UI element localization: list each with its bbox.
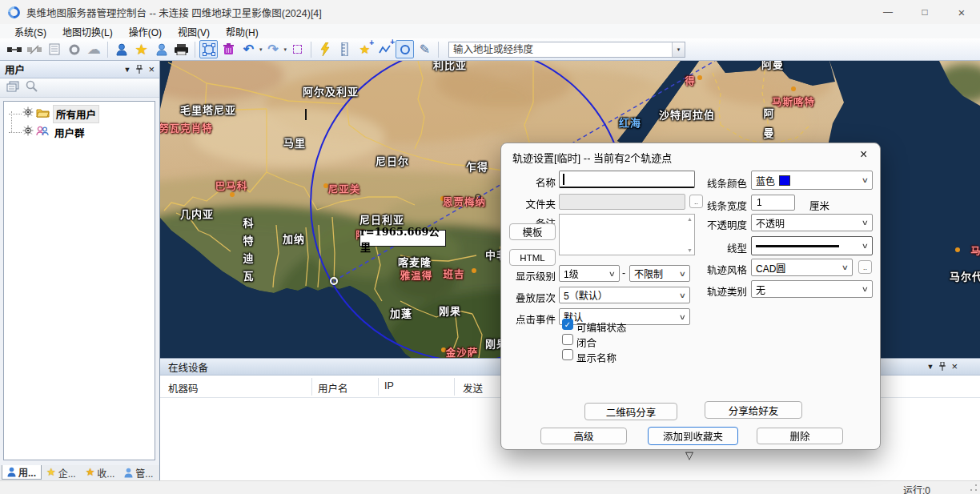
template-button[interactable]: 模板 xyxy=(509,223,556,240)
tab-label: 管... xyxy=(135,466,153,480)
delete-icon[interactable] xyxy=(219,40,238,58)
tree-item-all-users[interactable]: 所有用户 xyxy=(9,106,99,122)
tab-users[interactable]: 用... xyxy=(2,465,42,480)
track-style-select[interactable]: CAD圆∨ xyxy=(751,259,853,276)
map-label: 刚果 xyxy=(439,303,461,318)
column-separator[interactable] xyxy=(378,378,379,396)
track-style-browse-button[interactable]: .. xyxy=(858,260,872,274)
dialog-expand-icon[interactable]: ▽ xyxy=(685,449,693,461)
track-point-marker[interactable] xyxy=(330,277,338,285)
city-dot xyxy=(697,75,702,80)
users-panel: 用户 ▼ × 所有用户 用户群 xyxy=(0,61,160,465)
z-order-select[interactable]: 5（默认）∨ xyxy=(559,287,690,303)
column-header[interactable]: 发送 xyxy=(463,380,483,396)
adjust-tool-icon[interactable] xyxy=(199,40,218,58)
user-icon xyxy=(7,467,16,477)
html-button[interactable]: HTML xyxy=(509,249,556,266)
panel-pin-icon[interactable] xyxy=(939,359,946,374)
advanced-button[interactable]: 高级 xyxy=(540,428,627,444)
scroll-up-icon[interactable]: ▲ xyxy=(687,216,693,222)
undo-dropdown-icon[interactable]: ▾ xyxy=(259,46,263,53)
menu-map-switch[interactable]: 地图切换(L) xyxy=(54,25,121,38)
layers-icon[interactable] xyxy=(6,81,19,95)
qr-share-button[interactable]: 二维码分享 xyxy=(584,403,677,420)
cloud-icon[interactable]: ☁ xyxy=(85,40,103,58)
tab-admin[interactable]: 管... xyxy=(119,465,158,480)
user-light-icon[interactable] xyxy=(152,40,171,58)
address-dropdown-icon[interactable]: ▾ xyxy=(672,42,685,57)
editable-checkbox[interactable]: ✓ xyxy=(562,319,573,330)
chevron-down-icon: ∨ xyxy=(862,242,869,250)
opacity-select[interactable]: 不透明∨ xyxy=(751,214,873,231)
menu-operation[interactable]: 操作(O) xyxy=(121,25,170,38)
closed-checkbox-label[interactable]: 闭合 xyxy=(576,335,596,350)
remark-textarea[interactable]: ▲ ▼ xyxy=(559,214,695,255)
ruler-icon[interactable] xyxy=(335,40,354,58)
menu-view[interactable]: 视图(V) xyxy=(170,25,218,38)
menu-help[interactable]: 帮助(H) xyxy=(218,25,267,38)
address-input[interactable] xyxy=(449,44,672,55)
show-name-checkbox-label[interactable]: 显示名称 xyxy=(576,350,617,365)
redo-dropdown-icon[interactable]: ▾ xyxy=(284,46,287,53)
panel-dropdown-icon[interactable]: ▼ xyxy=(123,66,131,74)
panel-pin-icon[interactable] xyxy=(136,62,143,77)
add-favorite-button[interactable]: 添加到收藏夹 xyxy=(648,427,738,445)
column-header[interactable]: IP xyxy=(384,380,394,392)
undo-icon[interactable]: ↶ xyxy=(239,40,258,58)
map-label: 红海 xyxy=(619,114,641,130)
select-region-icon[interactable] xyxy=(288,40,307,58)
tab-enterprise[interactable]: ★ 企... xyxy=(42,465,81,480)
tree-item-label[interactable]: 用户群 xyxy=(52,124,87,141)
line-width-input[interactable]: 1 xyxy=(751,195,795,211)
status-bar: 运行:0 xyxy=(0,480,980,494)
column-header[interactable]: 用户名 xyxy=(318,380,348,396)
disconnect-icon[interactable] xyxy=(25,40,43,58)
line-color-label: 线条颜色 xyxy=(697,175,747,191)
tree-item-label[interactable]: 所有用户 xyxy=(53,105,99,123)
name-input[interactable] xyxy=(559,171,695,188)
track-class-select[interactable]: 无∨ xyxy=(751,280,873,298)
menu-system[interactable]: 系统(S) xyxy=(6,25,54,38)
line-type-label: 线型 xyxy=(697,240,747,255)
show-name-checkbox[interactable] xyxy=(562,349,573,360)
share-friend-button[interactable]: 分享给好友 xyxy=(705,401,802,419)
line-color-select[interactable]: 蓝色∨ xyxy=(751,171,873,190)
dialog-close-icon[interactable]: × xyxy=(860,147,867,162)
display-level-from-select[interactable]: 1级∨ xyxy=(559,265,620,282)
add-favorite-icon[interactable]: ★+ xyxy=(355,40,374,58)
editable-checkbox-label[interactable]: 可编辑状态 xyxy=(576,319,627,335)
close-button[interactable]: × xyxy=(943,0,980,24)
column-separator[interactable] xyxy=(454,378,455,396)
tree-item-user-groups[interactable]: 用户群 xyxy=(9,124,87,140)
panel-close-icon[interactable]: × xyxy=(951,363,958,371)
draw-circle-tool-icon[interactable] xyxy=(396,40,414,58)
scroll-down-icon[interactable]: ▼ xyxy=(687,247,693,253)
visibility-eye-icon[interactable] xyxy=(22,125,34,139)
connect-icon[interactable] xyxy=(5,40,23,58)
display-level-to-select[interactable]: 不限制∨ xyxy=(629,265,690,282)
lightning-icon[interactable] xyxy=(315,40,334,58)
title-bar: 奥维地图服务器管理控制台 -- 未连接 四维地球卫星影像图(2024)[4] —… xyxy=(0,0,980,24)
column-header[interactable]: 机器码 xyxy=(168,380,199,396)
redo-icon[interactable]: ↷ xyxy=(264,40,283,58)
maximize-button[interactable]: □ xyxy=(906,0,943,24)
line-type-select[interactable]: ∨ xyxy=(751,236,873,255)
report-list-icon[interactable] xyxy=(45,40,63,58)
panel-close-icon[interactable]: × xyxy=(148,66,155,74)
column-separator[interactable] xyxy=(311,378,312,396)
sync-icon[interactable] xyxy=(65,40,83,58)
tab-favorites[interactable]: ★ 收... xyxy=(81,465,120,480)
add-track-icon[interactable]: + xyxy=(376,40,394,58)
printer-icon[interactable] xyxy=(172,40,191,58)
delete-button[interactable]: 删除 xyxy=(757,428,843,444)
closed-checkbox[interactable] xyxy=(562,334,573,345)
minimize-button[interactable]: — xyxy=(870,0,906,24)
resize-grip[interactable] xyxy=(970,484,978,492)
search-icon[interactable] xyxy=(26,80,38,95)
pencil-icon[interactable]: ✎ xyxy=(416,40,434,58)
user-icon[interactable] xyxy=(112,40,131,58)
favorites-star-icon[interactable]: ★ xyxy=(132,40,151,58)
range-dash: - xyxy=(621,267,627,279)
visibility-eye-icon[interactable] xyxy=(22,106,34,121)
panel-dropdown-icon[interactable]: ▼ xyxy=(926,363,934,371)
